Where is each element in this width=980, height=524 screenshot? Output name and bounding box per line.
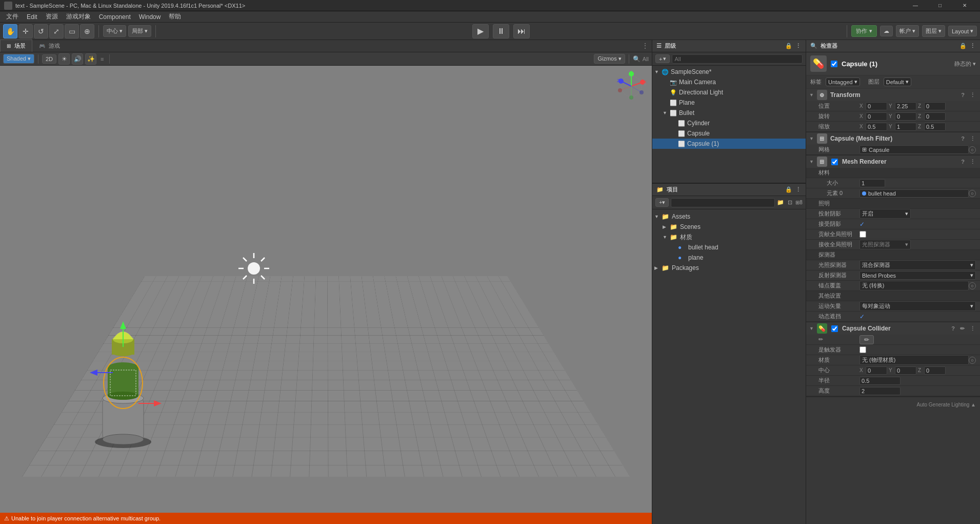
menu-window[interactable]: Window <box>135 12 165 22</box>
capsule-collider-options-icon[interactable]: ⋮ <box>968 325 977 332</box>
menu-component[interactable]: Component <box>95 12 135 22</box>
capsule-collider-checkbox[interactable] <box>831 325 838 332</box>
project-item-packages[interactable]: ▶ 📁 Packages <box>652 263 806 273</box>
edit-collider-button[interactable]: ✏ <box>859 335 874 344</box>
inspector-menu-icon[interactable]: ⋮ <box>969 43 976 50</box>
materials-size-input[interactable]: 1 <box>859 179 885 187</box>
project-menu-icon[interactable]: ⋮ <box>794 186 802 193</box>
project-add-button[interactable]: +▾ <box>655 198 669 207</box>
scale-tool[interactable]: ⤢ <box>49 24 64 38</box>
rect-tool[interactable]: ▭ <box>65 24 79 38</box>
2d-button[interactable]: 2D <box>42 54 56 64</box>
hierarchy-add-button[interactable]: +▾ <box>655 54 670 63</box>
reflection-probe-dropdown[interactable]: Blend Probes▾ <box>859 271 976 280</box>
motion-vectors-dropdown[interactable]: 每对象运动▾ <box>859 301 976 311</box>
transform-section-header[interactable]: ▼ ⊕ Transform ? ⋮ <box>806 89 980 101</box>
capsule-collider-edit-icon[interactable]: ✏ <box>958 325 966 332</box>
layers-dropdown[interactable]: 图层▾ <box>922 25 945 37</box>
collider-material-field[interactable]: 无 (物理材质) <box>859 355 969 365</box>
hierarchy-menu-icon[interactable]: ⋮ <box>794 43 802 50</box>
project-size-icon[interactable]: ⊞8 <box>795 199 803 206</box>
hierarchy-item-cylinder[interactable]: ⬜ Cylinder <box>652 118 806 128</box>
gizmos-dropdown[interactable]: Gizmos ▾ <box>594 54 625 64</box>
height-input[interactable]: 2 <box>859 387 901 395</box>
game-tab[interactable]: 🎮 游戏 <box>32 40 67 52</box>
menu-file[interactable]: 文件 <box>2 11 23 22</box>
pos-z-input[interactable]: 0 <box>924 102 946 110</box>
mesh-renderer-section-header[interactable]: ▼ ⊞ Mesh Renderer ? ⋮ <box>806 156 980 168</box>
project-filter1-icon[interactable]: 📁 <box>777 199 784 206</box>
radius-input[interactable]: 0.5 <box>859 377 901 385</box>
is-trigger-checkbox[interactable] <box>859 346 866 353</box>
mesh-renderer-help-icon[interactable]: ? <box>959 159 966 165</box>
hierarchy-item-capsule[interactable]: ⬜ Capsule <box>652 128 806 139</box>
tag-dropdown[interactable]: Untagged▾ <box>826 77 860 86</box>
anchor-field[interactable]: 无 (转换) <box>859 281 969 290</box>
transform-options-icon[interactable]: ⋮ <box>968 92 977 99</box>
mesh-renderer-options-icon[interactable]: ⋮ <box>968 159 977 165</box>
hierarchy-item-main-camera[interactable]: 📷 Main Camera <box>652 77 806 87</box>
rot-y-input[interactable]: 0 <box>895 112 916 121</box>
material-select-button[interactable]: ○ <box>969 190 976 197</box>
transform-help-icon[interactable]: ? <box>959 92 966 99</box>
project-item-bullet-head[interactable]: ● bullet head <box>652 242 806 253</box>
mesh-select-button[interactable]: ○ <box>969 146 976 153</box>
center-x-input[interactable]: 0 <box>866 366 887 375</box>
account-dropdown[interactable]: 帐户▾ <box>896 25 919 37</box>
project-item-scenes[interactable]: ▶ 📁 Scenes <box>652 222 806 232</box>
mesh-filter-help-icon[interactable]: ? <box>959 135 966 142</box>
audio-button[interactable]: 🔊 <box>72 53 83 65</box>
mesh-value-field[interactable]: ⊞ Capsule <box>859 145 969 154</box>
center-z-input[interactable]: 0 <box>924 366 946 375</box>
anchor-select-button[interactable]: ○ <box>969 282 976 289</box>
rotate-tool[interactable]: ↺ <box>34 24 48 38</box>
viewport[interactable]: X Y Z <box>0 66 652 513</box>
project-item-plane-material[interactable]: ● plane <box>652 253 806 263</box>
center-y-input[interactable]: 0 <box>895 366 916 375</box>
transform-tool[interactable]: ⊕ <box>80 24 94 38</box>
hierarchy-item-dir-light[interactable]: 💡 Directional Light <box>652 87 806 98</box>
material-elem0-field[interactable]: bullet head <box>859 189 969 198</box>
light-button[interactable]: ☀ <box>58 53 70 65</box>
hierarchy-item-capsule1[interactable]: ⬜ Capsule (1) <box>652 139 806 149</box>
cloud-button[interactable]: ☁ <box>880 26 893 36</box>
shaded-dropdown[interactable]: Shaded ▾ <box>3 54 34 64</box>
step-button[interactable]: ⏭ <box>513 24 530 38</box>
collider-material-select-button[interactable]: ○ <box>969 357 976 364</box>
menu-edit[interactable]: Edit <box>23 12 42 22</box>
hand-tool[interactable]: ✋ <box>3 24 17 38</box>
maximize-button[interactable]: □ <box>929 0 951 11</box>
project-lock-icon[interactable]: 🔒 <box>785 186 792 193</box>
capsule-collider-section-header[interactable]: ▼ 💊 Capsule Collider ? ✏ ⋮ <box>806 322 980 335</box>
cast-shadows-dropdown[interactable]: 开启▾ <box>859 209 911 219</box>
minimize-button[interactable]: — <box>904 0 927 11</box>
contrib-gi-checkbox[interactable] <box>859 231 866 238</box>
menu-assets[interactable]: 资源 <box>42 11 62 22</box>
hierarchy-search-input[interactable] <box>672 54 803 64</box>
mesh-filter-options-icon[interactable]: ⋮ <box>968 135 977 142</box>
collab-button[interactable]: 协作▾ <box>851 25 877 37</box>
hierarchy-item-bullet[interactable]: ▼ ⬜ Bullet <box>652 108 806 118</box>
receive-gi-dropdown[interactable]: 光照探测器▾ <box>859 240 911 249</box>
hierarchy-item-samplescene[interactable]: ▼ 🌐 SampleScene* <box>652 67 806 77</box>
mesh-renderer-checkbox[interactable] <box>831 159 838 165</box>
scale-y-input[interactable]: 1 <box>895 123 916 131</box>
object-active-checkbox[interactable] <box>831 61 837 67</box>
close-button[interactable]: ✕ <box>953 0 976 11</box>
pos-y-input[interactable]: 2.25 <box>895 102 916 110</box>
layout-dropdown[interactable]: Layout▾ <box>948 26 977 36</box>
view-options-button[interactable]: ⋮ <box>638 40 652 52</box>
scene-tab[interactable]: ⊞ 场景 <box>0 40 32 52</box>
scale-x-input[interactable]: 0.5 <box>866 123 887 131</box>
rot-z-input[interactable]: 0 <box>924 112 946 121</box>
menu-gameobject[interactable]: 游戏对象 <box>62 11 95 22</box>
layer-dropdown[interactable]: Default▾ <box>884 77 911 86</box>
effects-button[interactable]: ✨ <box>85 53 96 65</box>
move-tool[interactable]: ✛ <box>18 24 33 38</box>
center-dropdown[interactable]: 中心▾ <box>103 25 126 37</box>
pivot-dropdown[interactable]: 局部▾ <box>128 25 151 37</box>
mesh-filter-section-header[interactable]: ▼ ⊞ Capsule (Mesh Filter) ? ⋮ <box>806 132 980 145</box>
hierarchy-item-plane[interactable]: ⬜ Plane <box>652 98 806 108</box>
inspector-lock-icon[interactable]: 🔒 <box>959 43 967 50</box>
pos-x-input[interactable]: 0 <box>866 102 887 110</box>
